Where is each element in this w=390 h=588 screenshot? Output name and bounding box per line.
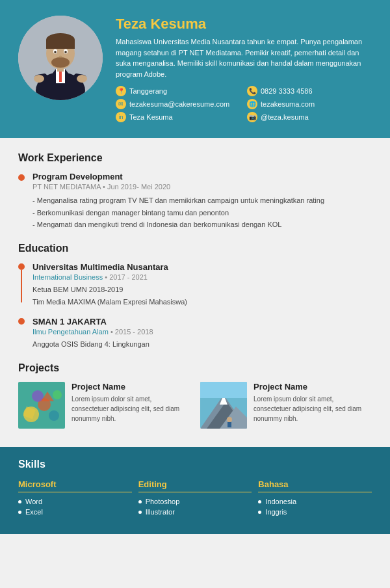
linkedin-icon: in — [116, 112, 126, 122]
work-desc-3: - Mengamati dan mengikuti trend di Indon… — [32, 219, 372, 231]
work-descriptions: - Menganalisa rating program TV NET dan … — [32, 194, 372, 231]
svg-point-16 — [59, 56, 62, 58]
contact-phone: 📞 0829 3333 4586 — [247, 86, 372, 96]
edu-content-2: SMAN 1 JAKARTA Ilmu Pengetahuan Alam • 2… — [32, 317, 372, 351]
skill-col-title-editing: Editing — [138, 479, 252, 492]
header-section: Teza Kesuma Mahasiswa Universitas Media … — [0, 0, 390, 138]
svg-point-35 — [227, 417, 232, 422]
project-image-1 — [18, 382, 65, 429]
work-company: PT NET MEDIATAMA • Jun 2019- Mei 2020 — [32, 183, 372, 191]
edu-activities-2: Anggota OSIS Bidang 4: Lingkungan — [32, 338, 372, 351]
skill-item-photoshop: Photoshop — [138, 498, 252, 505]
projects-grid: Project Name Lorem ipsum dolor sit amet,… — [18, 382, 372, 429]
svg-rect-36 — [228, 422, 231, 427]
skills-grid: Microsoft Word Excel Editing Photoshop I… — [18, 479, 372, 518]
skill-item-indonesia: Indonesia — [258, 498, 372, 505]
skill-item-excel: Excel — [18, 508, 132, 516]
edu-bar-1 — [18, 262, 25, 302]
work-section-title: Work Experience — [18, 152, 372, 164]
svg-point-14 — [54, 51, 57, 53]
location-icon: 📍 — [116, 86, 126, 96]
instagram-icon: 📷 — [247, 112, 257, 122]
contact-linkedin: in Teza Kesuma — [116, 112, 240, 122]
project-item-1: Project Name Lorem ipsum dolor sit amet,… — [18, 382, 190, 429]
svg-rect-4 — [59, 72, 62, 82]
project-info-2: Project Name Lorem ipsum dolor sit amet,… — [254, 382, 372, 423]
skill-col-bahasa: Bahasa Indonesia Inggris — [258, 479, 372, 518]
skill-item-inggris: Inggris — [258, 508, 372, 516]
edu-dot-1 — [18, 263, 25, 270]
skill-bullet-inggris — [258, 511, 261, 514]
skills-section-title: Skills — [18, 459, 372, 470]
work-title: Program Development — [32, 172, 372, 181]
edu-school-1: Universitas Multimedia Nusantara — [32, 262, 372, 272]
edu-activity-1a: Ketua BEM UMN 2018-2019 — [32, 284, 372, 296]
work-item: Program Development PT NET MEDIATAMA • J… — [18, 172, 372, 231]
contact-grid: 📍 Tanggerang 📞 0829 3333 4586 ✉ tezakesu… — [116, 86, 372, 122]
edu-dot-2 — [18, 318, 25, 325]
email-icon: ✉ — [116, 99, 126, 109]
svg-rect-10 — [46, 40, 75, 49]
candidate-bio: Mahasiswa Universitas Media Nusantara ta… — [116, 36, 372, 79]
skill-bullet-indonesia — [258, 500, 261, 503]
project-name-1: Project Name — [72, 382, 190, 392]
header-info: Teza Kesuma Mahasiswa Universitas Media … — [116, 16, 372, 122]
project-desc-1: Lorem ipsum dolor sit amet, consectetuer… — [72, 394, 190, 423]
project-desc-2: Lorem ipsum dolor sit amet, consectetuer… — [254, 394, 372, 423]
project-item-2: Project Name Lorem ipsum dolor sit amet,… — [200, 382, 372, 429]
education-section-title: Education — [18, 243, 372, 254]
skill-col-title-microsoft: Microsoft — [18, 479, 132, 492]
avatar — [18, 16, 103, 100]
skill-item-word: Word — [18, 498, 132, 505]
skill-bullet-illustrator — [138, 511, 142, 514]
edu-activities-1: Ketua BEM UMN 2018-2019 Tim Media MAXIMA… — [32, 284, 372, 308]
contact-instagram: 📷 @teza.kesuma — [247, 112, 372, 122]
contact-email: ✉ tezakesuma@cakeresume.com — [116, 99, 240, 109]
edu-line-1 — [21, 270, 22, 302]
skill-bullet-photoshop — [138, 500, 142, 503]
svg-point-24 — [49, 410, 59, 421]
edu-activity-1b: Tim Media MAXIMA (Malam Expresi Mahasisw… — [32, 296, 372, 308]
work-bullet — [18, 174, 25, 181]
svg-point-20 — [77, 75, 87, 83]
edu-activity-2a: Anggota OSIS Bidang 4: Lingkungan — [32, 338, 372, 351]
work-desc-2: - Berkomunikasi dengan manager bintang t… — [32, 207, 372, 219]
svg-point-19 — [34, 75, 44, 83]
contact-website: 🌐 tezakesuma.com — [247, 99, 372, 109]
edu-major-2: Ilmu Pengetahuan Alam • 2015 - 2018 — [32, 328, 372, 336]
skill-col-editing: Editing Photoshop Illustrator — [138, 479, 252, 518]
projects-section: Projects Project — [18, 362, 372, 429]
edu-school-2: SMAN 1 JAKARTA — [32, 317, 372, 327]
web-icon: 🌐 — [247, 99, 257, 109]
svg-rect-34 — [200, 382, 247, 398]
candidate-name: Teza Kesuma — [116, 16, 372, 33]
work-desc-1: - Menganalisa rating program TV NET dan … — [32, 194, 372, 207]
work-section: Work Experience Program Development PT N… — [18, 152, 372, 231]
edu-item-2: SMAN 1 JAKARTA Ilmu Pengetahuan Alam • 2… — [18, 317, 372, 351]
main-content: Work Experience Program Development PT N… — [0, 138, 390, 447]
skill-col-title-bahasa: Bahasa — [258, 479, 372, 492]
contact-location: 📍 Tanggerang — [116, 86, 240, 96]
education-section: Education Universitas Multimedia Nusanta… — [18, 243, 372, 351]
projects-section-title: Projects — [18, 362, 372, 374]
svg-point-15 — [64, 51, 67, 53]
skill-bullet-excel — [18, 511, 21, 514]
edu-major-1: International Business • 2017 - 2021 — [32, 273, 372, 281]
svg-point-28 — [53, 390, 62, 399]
skill-item-illustrator: Illustrator — [138, 508, 252, 516]
skill-col-microsoft: Microsoft Word Excel — [18, 479, 132, 518]
edu-item-1: Universitas Multimedia Nusantara Interna… — [18, 262, 372, 308]
skills-footer: Skills Microsoft Word Excel Editing Phot… — [0, 447, 390, 534]
phone-icon: 📞 — [247, 86, 257, 96]
edu-bar-2 — [18, 317, 25, 325]
skill-bullet-word — [18, 500, 21, 503]
svg-point-11 — [51, 57, 70, 68]
project-name-2: Project Name — [254, 382, 372, 392]
project-info-1: Project Name Lorem ipsum dolor sit amet,… — [72, 382, 190, 423]
work-content: Program Development PT NET MEDIATAMA • J… — [32, 172, 372, 231]
project-image-2 — [200, 382, 247, 429]
edu-content-1: Universitas Multimedia Nusantara Interna… — [32, 262, 372, 308]
